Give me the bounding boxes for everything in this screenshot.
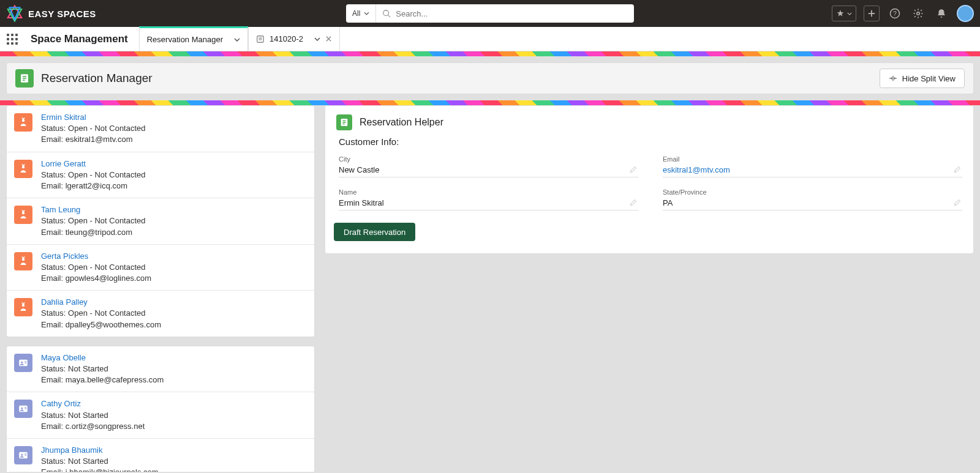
leads-list: Ermin SkitralStatus: Open - Not Contacte…: [6, 105, 315, 337]
record-name-link[interactable]: Lorrie Geratt: [41, 158, 307, 169]
setup-button[interactable]: [910, 6, 926, 21]
logo-icon: [6, 5, 23, 22]
record-email: Email: maya.belle@cafepress.com: [41, 374, 307, 385]
gear-icon: [913, 8, 924, 19]
svg-point-3: [383, 10, 389, 16]
close-tab-button[interactable]: [325, 35, 332, 42]
edit-icon[interactable]: [630, 199, 637, 206]
search-scope-dropdown[interactable]: All: [346, 4, 376, 23]
reservation-helper-card: Reservation Helper Customer Info: City N…: [325, 105, 974, 254]
record-name-link[interactable]: Ermin Skitral: [41, 112, 307, 123]
svg-point-20: [21, 408, 23, 409]
list-item[interactable]: Tam LeungStatus: Open - Not ContactedEma…: [7, 198, 314, 245]
tab-label: Reservation Manager: [147, 35, 223, 44]
bell-icon: [936, 8, 947, 19]
chevron-down-icon: [847, 12, 852, 15]
list-item[interactable]: Dahlia PalleyStatus: Open - Not Contacte…: [7, 291, 314, 337]
field-city: City New Castle: [339, 155, 638, 177]
global-actions: ?: [832, 5, 974, 22]
record-status: Status: Open - Not Contacted: [41, 169, 307, 181]
list-item[interactable]: Cathy OrtizStatus: Not StartedEmail: c.o…: [7, 392, 314, 439]
favorites-button[interactable]: [832, 6, 856, 21]
lead-icon: [14, 113, 32, 132]
svg-line-4: [388, 15, 391, 18]
decorative-strip: [0, 51, 980, 56]
svg-text:?: ?: [893, 10, 897, 17]
chevron-down-icon[interactable]: [314, 37, 320, 41]
record-status: Status: Open - Not Contacted: [41, 215, 307, 226]
record-email: Email: j.bhamik@bizjournals.com: [41, 467, 307, 472]
list-item[interactable]: Maya ObelleStatus: Not StartedEmail: may…: [7, 346, 314, 393]
draft-reservation-button[interactable]: Draft Reservation: [334, 223, 415, 241]
hide-split-label: Hide Split View: [902, 74, 956, 83]
app-name: Space Management: [24, 33, 139, 45]
field-value[interactable]: eskitral1@mtv.com: [663, 165, 962, 174]
user-avatar[interactable]: [957, 5, 974, 22]
svg-point-7: [917, 12, 920, 15]
lead-icon: [14, 298, 32, 316]
record-status: Status: Not Started: [41, 363, 307, 374]
page-header-icon: [15, 69, 34, 88]
svg-rect-8: [257, 35, 264, 42]
app-launcher[interactable]: [0, 27, 24, 51]
chevron-down-icon[interactable]: [234, 38, 240, 42]
tab-record[interactable]: 141020-2: [248, 27, 340, 51]
brand-logo: EASY SPACES: [6, 5, 96, 22]
list-item[interactable]: Ermin SkitralStatus: Open - Not Contacte…: [7, 106, 314, 152]
lead-icon: [14, 252, 32, 270]
chevron-down-icon: [364, 12, 369, 15]
add-button[interactable]: [864, 6, 880, 21]
record-status: Status: Not Started: [41, 410, 307, 421]
help-icon: ?: [889, 8, 900, 19]
record-email: Email: tleung@tripod.com: [41, 227, 307, 238]
record-email: Email: dpalley5@woothemes.com: [41, 319, 307, 330]
left-panel: Ermin SkitralStatus: Open - Not Contacte…: [6, 105, 315, 472]
star-icon: [836, 9, 845, 18]
page-title: Reservation Manager: [41, 72, 153, 85]
global-search[interactable]: All: [346, 4, 634, 23]
list-item[interactable]: Lorrie GerattStatus: Open - Not Contacte…: [7, 152, 314, 199]
orders-icon: [256, 35, 265, 43]
edit-icon[interactable]: [954, 166, 961, 173]
waffle-icon: [7, 34, 18, 45]
field-label: Email: [663, 155, 962, 163]
record-name-link[interactable]: Dahlia Palley: [41, 297, 307, 308]
edit-icon[interactable]: [954, 199, 961, 206]
lead-icon: [14, 160, 32, 178]
page-header: Reservation Manager Hide Split View: [6, 62, 974, 94]
record-name-link[interactable]: Gerta Pickles: [41, 251, 307, 262]
record-name-link[interactable]: Jhumpa Bhaumik: [41, 445, 307, 456]
lead-icon: [14, 206, 32, 224]
help-button[interactable]: ?: [887, 6, 903, 21]
tab-reservation-manager[interactable]: Reservation Manager: [139, 26, 248, 51]
field-label: City: [339, 155, 638, 163]
decorative-strip: [0, 100, 980, 105]
contact-icon: [14, 400, 32, 418]
notifications-button[interactable]: [933, 6, 949, 21]
list-item[interactable]: Jhumpa BhaumikStatus: Not StartedEmail: …: [7, 439, 314, 472]
record-name-link[interactable]: Cathy Ortiz: [41, 398, 307, 409]
edit-icon[interactable]: [630, 166, 637, 173]
tab-label: 141020-2: [270, 34, 303, 43]
record-status: Status: Open - Not Contacted: [41, 123, 307, 134]
field-value: Ermin Skitral: [339, 198, 638, 207]
plus-icon: [867, 9, 876, 18]
field-name: Name Ermin Skitral: [339, 188, 638, 210]
field-state: State/Province PA: [663, 188, 962, 210]
record-name-link[interactable]: Maya Obelle: [41, 352, 307, 363]
search-input[interactable]: [396, 9, 628, 18]
contacts-list: Maya ObelleStatus: Not StartedEmail: may…: [6, 346, 315, 472]
contact-icon: [14, 354, 32, 372]
list-item[interactable]: Gerta PicklesStatus: Open - Not Contacte…: [7, 245, 314, 291]
split-view-icon: [889, 75, 897, 82]
record-email: Email: c.ortiz@songpress.net: [41, 421, 307, 432]
section-label: Customer Info:: [339, 136, 962, 147]
brand-name: EASY SPACES: [28, 9, 96, 19]
helper-title: Reservation Helper: [360, 117, 443, 128]
search-icon: [382, 9, 391, 18]
record-status: Status: Open - Not Contacted: [41, 308, 307, 319]
right-panel: Reservation Helper Customer Info: City N…: [325, 105, 974, 472]
record-name-link[interactable]: Tam Leung: [41, 204, 307, 215]
hide-split-view-button[interactable]: Hide Split View: [880, 69, 965, 88]
search-scope-label: All: [352, 9, 360, 18]
